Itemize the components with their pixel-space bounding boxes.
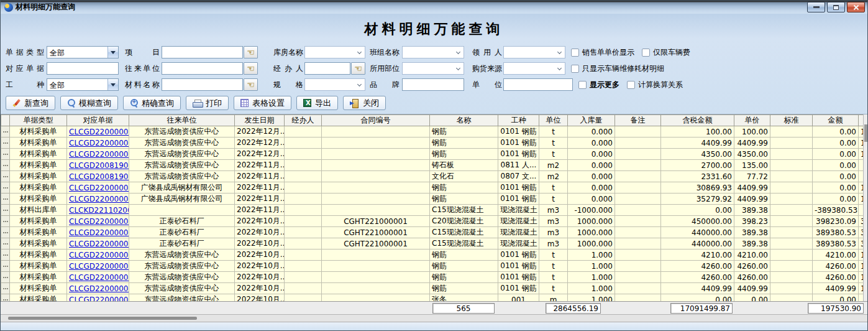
table-settings-button[interactable]: 表格设置 xyxy=(234,96,291,110)
horizontal-scrollbar[interactable] xyxy=(1,315,867,322)
brand-input[interactable] xyxy=(402,78,464,91)
unit-input[interactable] xyxy=(503,78,573,91)
doc-number-link[interactable]: CLCGD220000080 xyxy=(69,262,129,271)
close-window-button[interactable]: 关闭 xyxy=(343,96,386,110)
conversion-checkbox[interactable] xyxy=(627,81,635,89)
warehouse-dropdown[interactable] xyxy=(304,46,365,58)
column-header-3[interactable]: 发生日期 xyxy=(235,115,285,126)
table-row[interactable]: 材料采购单CLCGD220000082东营远成物资供应中心2022年12月...… xyxy=(1,149,865,160)
show-more-checkbox[interactable] xyxy=(578,81,587,89)
table-row[interactable]: 材料采购单CLCGD220000080东营远成物资供应中心2022年10月...… xyxy=(1,261,865,272)
table-row[interactable]: 材料采购单CLCGD200819011东营远成物资供应中心2022年11月...… xyxy=(1,160,865,171)
sale-price-checkbox[interactable] xyxy=(571,49,579,57)
doc-number-link[interactable]: CLCKD221102001 xyxy=(69,206,129,215)
close-button[interactable] xyxy=(847,2,865,12)
row-selector[interactable] xyxy=(1,283,10,294)
column-header-12[interactable]: 单价 xyxy=(734,115,770,126)
doc-type-combobox[interactable]: 全部 xyxy=(47,46,119,58)
spec-dropdown[interactable] xyxy=(304,78,365,91)
table-row[interactable]: 材料采购单CLCGD220000080东营远成物资供应中心2022年10月...… xyxy=(1,249,865,261)
row-selector[interactable] xyxy=(1,261,10,272)
table-row[interactable]: 材料采购单CLCGD220000082东营远成物资供应中心2022年12月...… xyxy=(1,126,865,138)
doc-number-link[interactable]: CLCGD220000075 xyxy=(69,240,129,248)
team-dropdown[interactable] xyxy=(402,46,464,58)
column-header-5[interactable]: 合同编号 xyxy=(322,115,430,126)
restore-button[interactable] xyxy=(827,2,845,12)
row-selector[interactable] xyxy=(1,249,10,261)
work-type-combobox[interactable]: 全部 xyxy=(47,78,119,91)
horizontal-scrollbar-thumb[interactable] xyxy=(8,317,197,320)
table-row[interactable]: 材料采购单CLCGD220000080东营远成物资供应中心2022年10月...… xyxy=(1,283,865,294)
doc-number-link[interactable]: CLCGD220000080 xyxy=(69,296,129,302)
row-selector[interactable] xyxy=(1,149,10,160)
doc-number-link[interactable]: CLCGD220000081 xyxy=(69,195,129,203)
fuzzy-query-button[interactable]: 模糊查询 xyxy=(60,96,118,110)
table-row[interactable]: 材料采购单CLCGD220000075正泰砂石料厂2022年10月...CGHT… xyxy=(1,227,865,238)
counterparty-picker-button[interactable]: ☜ xyxy=(244,62,258,75)
row-selector[interactable] xyxy=(1,272,10,283)
doc-number-link[interactable]: CLCGD220000080 xyxy=(69,284,129,293)
column-header-1[interactable]: 对应单据 xyxy=(67,115,129,126)
print-button[interactable]: 打印 xyxy=(186,96,229,110)
material-name-input[interactable] xyxy=(162,78,243,91)
column-header-13[interactable]: 标准 xyxy=(770,115,813,126)
table-row[interactable]: 材料采购单CLCGD220000081广饶县成禹钢材有限公司2022年11月..… xyxy=(1,193,865,205)
doc-number-link[interactable]: CLCGD220000082 xyxy=(69,128,129,136)
table-row[interactable]: 材料采购单CLCGD220000080东营远成物资供应中心2022年10月...… xyxy=(1,272,865,283)
column-header-0[interactable]: 单据类型 xyxy=(10,115,67,126)
handler-input[interactable] xyxy=(304,62,350,75)
table-row[interactable]: 材料采购单CLCGD220000081广饶县成禹钢材有限公司2022年11月..… xyxy=(1,182,865,193)
table-row[interactable]: 材料采购单CLCGD220000080东营远成物资供应中心2022年10月...… xyxy=(1,294,865,302)
vertical-scrollbar-thumb[interactable] xyxy=(864,124,867,142)
project-input[interactable] xyxy=(162,46,243,58)
row-selector[interactable] xyxy=(1,205,10,216)
recipient-dropdown[interactable] xyxy=(503,46,565,58)
vehicle-fee-checkbox[interactable] xyxy=(642,49,650,57)
table-row[interactable]: 材料采购单CLCGD200819011东营远成物资供应中心2022年11月...… xyxy=(1,171,865,182)
doc-number-link[interactable]: CLCGD220000080 xyxy=(69,273,129,282)
column-header-6[interactable]: 名称 xyxy=(430,115,498,126)
vehicle-detail-checkbox[interactable] xyxy=(571,65,579,73)
exact-query-button[interactable]: 精确查询 xyxy=(123,96,181,110)
minimize-button[interactable] xyxy=(807,2,825,12)
export-button[interactable]: 导出 xyxy=(296,96,338,110)
column-header-9[interactable]: 入库量 xyxy=(568,115,615,126)
doc-number-link[interactable]: CLCGD220000082 xyxy=(69,150,129,159)
counterparty-input[interactable] xyxy=(162,62,243,75)
row-selector[interactable] xyxy=(1,182,10,193)
purchase-source-dropdown[interactable] xyxy=(503,62,565,75)
doc-number-link[interactable]: CLCGD220000082 xyxy=(69,139,129,147)
column-header-14[interactable]: 金额 xyxy=(813,115,859,126)
vertical-scrollbar[interactable] xyxy=(863,114,867,301)
doc-number-link[interactable]: CLCGD220000075 xyxy=(69,228,129,237)
new-query-button[interactable]: 新查询 xyxy=(6,96,55,110)
table-row[interactable]: 材料采购单CLCGD220000075正泰砂石料厂2022年10月...CGHT… xyxy=(1,216,865,227)
doc-number-link[interactable]: CLCGD200819011 xyxy=(69,161,129,170)
table-row[interactable]: 材料采购单CLCGD220000075正泰砂石料厂2022年10月...CGHT… xyxy=(1,238,865,249)
row-selector[interactable] xyxy=(1,193,10,205)
related-doc-input[interactable] xyxy=(47,62,119,75)
doc-number-link[interactable]: CLCGD220000080 xyxy=(69,251,129,259)
column-header-11[interactable]: 含税金额 xyxy=(661,115,734,126)
table-row[interactable]: 材料出库单CLCKD2211020012022年11月...C15现浇混凝土现浇… xyxy=(1,205,865,216)
column-header-4[interactable]: 经办人 xyxy=(285,115,322,126)
handler-picker-button[interactable]: ☜ xyxy=(351,62,365,75)
column-header-10[interactable]: 备注 xyxy=(615,115,661,126)
column-header-2[interactable]: 往来单位 xyxy=(129,115,235,126)
column-header-7[interactable]: 工种 xyxy=(498,115,539,126)
row-selector[interactable] xyxy=(1,294,10,302)
row-selector[interactable] xyxy=(1,126,10,138)
doc-number-link[interactable]: CLCGD200819011 xyxy=(69,172,129,181)
material-picker-button[interactable]: ☜ xyxy=(244,78,258,91)
column-header-8[interactable]: 单位 xyxy=(539,115,568,126)
project-picker-button[interactable]: ☜ xyxy=(244,46,258,58)
doc-number-link[interactable]: CLCGD220000081 xyxy=(69,184,129,192)
row-selector[interactable] xyxy=(1,138,10,149)
used-part-dropdown[interactable] xyxy=(402,62,464,75)
row-selector[interactable] xyxy=(1,216,10,227)
row-selector[interactable] xyxy=(1,238,10,249)
row-selector[interactable] xyxy=(1,171,10,182)
row-selector[interactable] xyxy=(1,160,10,171)
doc-number-link[interactable]: CLCGD220000075 xyxy=(69,217,129,226)
row-selector[interactable] xyxy=(1,227,10,238)
